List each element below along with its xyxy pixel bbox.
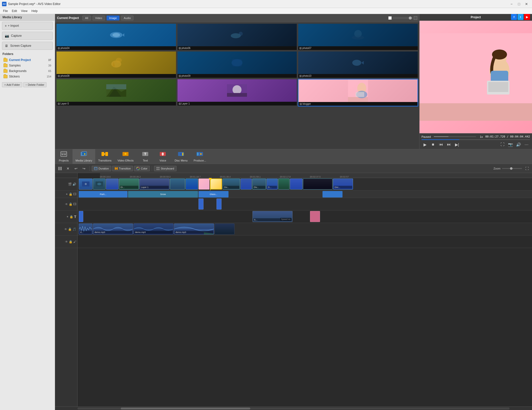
- prev-frame-button[interactable]: ⏮: [438, 142, 444, 148]
- music-icon[interactable]: 🎵: [72, 228, 76, 231]
- more-button[interactable]: ⋯: [523, 142, 530, 148]
- menu-help[interactable]: Help: [30, 9, 40, 13]
- clip[interactable]: [93, 178, 106, 190]
- tool-disc-menu[interactable]: Disc Menu: [172, 149, 190, 164]
- track-volume-icon[interactable]: 🔊: [72, 182, 76, 186]
- overlay-clip[interactable]: [198, 198, 204, 210]
- effects-track-icon[interactable]: 🎞: [73, 192, 76, 196]
- clip[interactable]: Div...: [222, 178, 240, 190]
- maximize-button[interactable]: □: [516, 1, 522, 7]
- clip[interactable]: D...: [266, 178, 278, 190]
- filter-video[interactable]: Video: [92, 16, 105, 20]
- next-frame-button[interactable]: ⏭: [446, 142, 452, 148]
- clip[interactable]: [290, 178, 302, 190]
- text-clip[interactable]: S... Speed 4x: [252, 211, 292, 222]
- tool-transitions[interactable]: Transitions: [95, 149, 114, 164]
- media-item-layer1[interactable]: 🖼 Layer 1: [177, 79, 298, 106]
- volume-button[interactable]: 🔊: [515, 142, 522, 148]
- undo-button[interactable]: ↩: [72, 166, 80, 172]
- fullscreen-button[interactable]: ⛶: [499, 142, 506, 148]
- minimize-button[interactable]: −: [508, 1, 515, 7]
- menu-file[interactable]: File: [1, 9, 10, 13]
- tool-video-effects[interactable]: Video Effects: [114, 149, 136, 164]
- menu-edit[interactable]: Edit: [10, 9, 19, 13]
- effect-clip[interactable]: Glass...: [198, 191, 228, 198]
- media-item-photo10[interactable]: 🖼 photo10: [298, 51, 418, 78]
- zoom-fit-button[interactable]: ⛶: [524, 166, 530, 172]
- clip[interactable]: [186, 178, 198, 190]
- filter-all[interactable]: All: [82, 16, 91, 20]
- media-item-photo06[interactable]: 🖼 photo06: [177, 23, 298, 50]
- brush-icon[interactable]: 🖌: [73, 240, 76, 244]
- folder-current-project[interactable]: Current Project 37: [2, 57, 52, 63]
- tool-projects[interactable]: Projects: [55, 149, 72, 164]
- duration-button[interactable]: Duration: [92, 166, 111, 171]
- media-item-photo09[interactable]: 🖼 photo09: [177, 51, 298, 78]
- lock-icon[interactable]: 🔒: [69, 192, 72, 196]
- twitter-icon[interactable]: t: [518, 14, 524, 20]
- media-item-photo04[interactable]: 🖼 photo04: [56, 23, 176, 50]
- effects-icon[interactable]: ✦: [66, 192, 68, 196]
- media-item-photo07[interactable]: 🖼 photo07: [298, 23, 418, 50]
- media-item-layer0[interactable]: 🖼 Layer 0: [56, 79, 176, 106]
- storyboard-button[interactable]: Storyboard: [154, 166, 176, 171]
- close-button[interactable]: ✕: [523, 1, 530, 7]
- delete-clip-button[interactable]: ✕: [64, 166, 72, 172]
- delete-folder-button[interactable]: − Delete Folder: [23, 82, 47, 87]
- effect-clip[interactable]: Parti...: [79, 191, 128, 198]
- lock4-icon[interactable]: 🔒: [68, 228, 72, 231]
- menu-view[interactable]: View: [19, 9, 30, 13]
- frame-forward-button[interactable]: ▶|: [454, 142, 460, 148]
- redo-button[interactable]: ↪: [80, 166, 88, 172]
- audio-clip[interactable]: demo.mp3: [174, 224, 214, 234]
- text-clip[interactable]: [310, 211, 320, 222]
- clip[interactable]: [79, 178, 92, 190]
- stop-button[interactable]: ■: [430, 142, 436, 148]
- clip[interactable]: Layer 1: [140, 178, 170, 190]
- screen-capture-button[interactable]: 🖥 Screen Capture: [2, 42, 53, 50]
- clip[interactable]: [303, 178, 332, 190]
- eye-icon[interactable]: 👁: [65, 202, 68, 206]
- eye2-icon[interactable]: 👁: [64, 228, 67, 231]
- screenshot-button[interactable]: 📷: [507, 142, 514, 148]
- filter-image[interactable]: Image: [106, 16, 120, 20]
- audio-clip[interactable]: [214, 224, 234, 234]
- add-folder-button[interactable]: + Add Folder: [2, 82, 22, 87]
- grid-view-icon[interactable]: [414, 16, 417, 20]
- clip[interactable]: [106, 178, 118, 190]
- video-track-icon[interactable]: 🎬: [68, 182, 72, 186]
- text-effects-icon[interactable]: ✦: [66, 215, 69, 218]
- media-item-photo08[interactable]: 🖼 photo08: [56, 51, 176, 78]
- clip[interactable]: [170, 178, 185, 190]
- timeline-tracks[interactable]: 🎬 🔊 ✦ 🔒 🎞 👁 🔒 🎞: [55, 178, 532, 406]
- lock2-icon[interactable]: 🔒: [69, 202, 72, 206]
- tool-produce[interactable]: Produce...: [190, 149, 209, 164]
- lock5-icon[interactable]: 🔒: [69, 240, 72, 244]
- split-button[interactable]: [56, 166, 64, 172]
- clip[interactable]: Divi...: [333, 178, 353, 190]
- clip-selected[interactable]: [210, 178, 222, 190]
- clip-pink[interactable]: [198, 178, 210, 190]
- facebook-icon[interactable]: f: [511, 14, 517, 20]
- audio-clip[interactable]: d...: [79, 224, 92, 234]
- filter-audio[interactable]: Audio: [121, 16, 134, 20]
- effect-clip[interactable]: Snow: [128, 191, 198, 198]
- import-button[interactable]: + + Import: [2, 22, 53, 30]
- zoom-slider[interactable]: [502, 168, 522, 169]
- text-track-icon[interactable]: T: [74, 215, 76, 219]
- media-grid-scroll[interactable]: 🖼 photo04: [55, 22, 419, 149]
- eye3-icon[interactable]: 👁: [65, 240, 68, 244]
- folder-backgrounds[interactable]: Backgrounds 65: [2, 68, 52, 74]
- media-item-blogger[interactable]: 🖼 blogger: [298, 79, 418, 106]
- color-button[interactable]: Color: [134, 166, 150, 171]
- audio-clip[interactable]: demo.mp3: [134, 224, 174, 234]
- lock3-icon[interactable]: 🔒: [70, 215, 73, 218]
- folder-stickers[interactable]: Stickers 154: [2, 74, 52, 79]
- text-clip[interactable]: [79, 211, 83, 222]
- effect-clip[interactable]: [322, 191, 342, 198]
- clip[interactable]: Div...: [252, 178, 266, 190]
- play-button[interactable]: ▶: [422, 142, 428, 148]
- clip[interactable]: Di...: [119, 178, 139, 190]
- audio-clip[interactable]: demo.mp3: [93, 224, 133, 234]
- clip[interactable]: [240, 178, 252, 190]
